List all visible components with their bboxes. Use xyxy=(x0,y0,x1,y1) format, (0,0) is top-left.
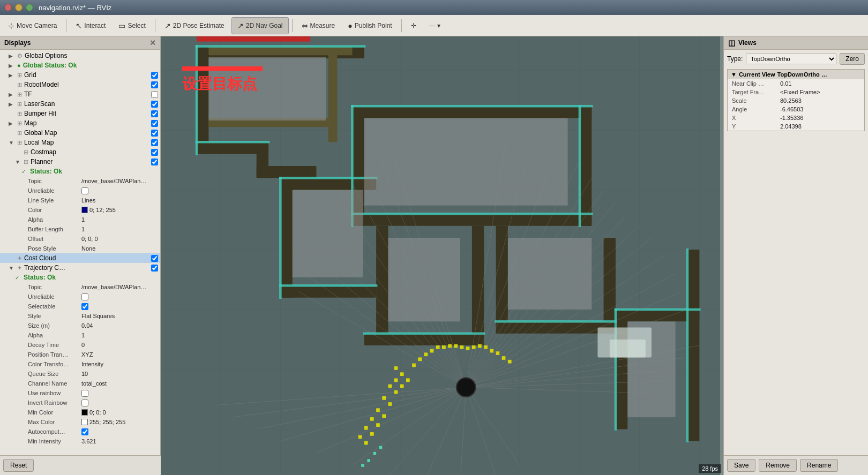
grid-checkbox[interactable] xyxy=(151,72,158,79)
expand-global-status[interactable]: ▶ xyxy=(9,63,15,69)
display-item-local-map[interactable]: ▼ ⊞ Local Map xyxy=(0,138,160,147)
costmap-checkbox[interactable] xyxy=(151,149,158,156)
views-remove-button[interactable]: Remove xyxy=(759,459,797,472)
displays-close[interactable]: ✕ xyxy=(149,39,156,47)
traj-unreliable-cb[interactable] xyxy=(81,293,88,300)
svg-rect-60 xyxy=(508,238,592,310)
prop-topic: Topic /move_base/DWAPlan… xyxy=(0,176,160,186)
map-checkbox[interactable] xyxy=(151,120,158,127)
display-item-trajectory-status[interactable]: ✓ Status: Ok xyxy=(0,273,160,282)
svg-rect-134 xyxy=(502,356,506,360)
expand-laser-scan[interactable]: ▶ xyxy=(9,101,15,107)
laser-scan-checkbox[interactable] xyxy=(151,101,158,108)
bumper-hit-checkbox[interactable] xyxy=(151,110,158,117)
type-row: Type: TopDownOrtho Zero xyxy=(727,53,865,65)
traj-prop-channel-value: total_cost xyxy=(81,380,158,387)
prop-line-style-value: Lines xyxy=(81,197,158,203)
view-tree-header[interactable]: ▼ Current View TopDownOrtho … xyxy=(728,70,864,79)
minimize-button[interactable] xyxy=(15,4,23,11)
type-select[interactable]: TopDownOrtho xyxy=(746,54,836,64)
svg-rect-40 xyxy=(687,250,699,441)
display-item-planner[interactable]: ▼ ⊞ Planner xyxy=(0,157,160,167)
traj-prop-color-tf-name: Color Transfo… xyxy=(28,361,81,367)
svg-rect-108 xyxy=(394,390,398,394)
expand-local-map[interactable]: ▼ xyxy=(9,140,15,146)
display-item-global-map[interactable]: ▶ ⊞ Global Map xyxy=(0,128,160,138)
display-item-global-options[interactable]: ▶ ⚙ Global Options xyxy=(0,51,160,61)
robot-model-checkbox[interactable] xyxy=(151,81,158,88)
traj-prop-channel: Channel Name total_cost xyxy=(0,379,160,388)
svg-rect-104 xyxy=(406,378,410,382)
unreliable-checkbox[interactable] xyxy=(81,187,88,194)
display-item-grid[interactable]: ▶ ⊞ Grid xyxy=(0,70,160,80)
views-rename-button[interactable]: Rename xyxy=(800,459,838,472)
display-item-laser-scan[interactable]: ▶ ⊞ LaserScan xyxy=(0,99,160,109)
measure-button[interactable]: ⇔ Measure xyxy=(296,17,341,34)
traj-prop-topic-value[interactable]: /move_base/DWAPlan… xyxy=(81,284,158,290)
2d-nav-goal-button[interactable]: ↗ 2D Nav Goal xyxy=(231,17,289,34)
display-item-cost-cloud[interactable]: ▶ ✦ Cost Cloud xyxy=(0,253,160,263)
display-item-tf[interactable]: ▶ ⊞ TF xyxy=(0,89,160,99)
traj-prop-min-color-value[interactable]: 0; 0; 0 xyxy=(81,409,158,416)
view-scale-value[interactable]: 80.2563 xyxy=(780,97,802,104)
expand-global-options[interactable]: ▶ xyxy=(9,53,15,59)
tf-checkbox[interactable] xyxy=(151,91,158,98)
cost-cloud-checkbox[interactable] xyxy=(151,255,158,262)
traj-rainbow-cb[interactable] xyxy=(81,390,88,397)
views-save-button[interactable]: Save xyxy=(727,459,755,472)
viewport-resize-handle[interactable] xyxy=(720,36,723,475)
extra-button-1[interactable]: ✛ xyxy=(405,17,422,34)
planner-checkbox[interactable] xyxy=(151,159,158,165)
interact-button[interactable]: ↖ Interact xyxy=(70,17,111,34)
trajectory-checkbox[interactable] xyxy=(151,265,158,272)
traj-autocomp-cb[interactable] xyxy=(81,428,88,435)
expand-map[interactable]: ▶ xyxy=(9,120,15,126)
svg-rect-131 xyxy=(484,345,488,349)
display-item-planner-status[interactable]: ✓ Status: Ok xyxy=(0,167,160,176)
view-target-frame-value[interactable]: <Fixed Frame> xyxy=(780,89,820,95)
global-map-checkbox[interactable] xyxy=(151,130,158,137)
traj-selectable-cb[interactable] xyxy=(81,303,88,310)
expand-tf[interactable]: ▶ xyxy=(9,92,15,97)
traj-prop-max-color-value[interactable]: 255; 255; 255 xyxy=(81,419,158,425)
maximize-button[interactable] xyxy=(26,4,33,11)
viewport[interactable]: 设置目标点 28 fps xyxy=(161,36,723,475)
view-near-clip-value[interactable]: 0.01 xyxy=(780,80,791,87)
traj-prop-min-color-name: Min Color xyxy=(28,409,81,416)
prop-unreliable-value xyxy=(81,187,158,194)
view-angle-value[interactable]: -6.46503 xyxy=(780,106,803,112)
zero-button[interactable]: Zero xyxy=(840,53,865,65)
prop-topic-value[interactable]: /move_base/DWAPlan… xyxy=(81,178,158,184)
svg-rect-114 xyxy=(376,423,380,427)
prop-color-value[interactable]: 0; 12; 255 xyxy=(81,207,158,213)
svg-rect-113 xyxy=(370,417,374,421)
display-item-robot-model[interactable]: ▶ ⊞ RobotModel xyxy=(0,80,160,89)
display-item-trajectory[interactable]: ▼ ✦ Trajectory C… xyxy=(0,263,160,273)
select-button[interactable]: ▭ Select xyxy=(113,17,151,34)
expand-planner[interactable]: ▼ xyxy=(15,159,21,165)
reset-button[interactable]: Reset xyxy=(3,459,34,472)
close-button[interactable] xyxy=(4,4,12,11)
2d-pose-button[interactable]: ↗ 2D Pose Estimate xyxy=(159,17,230,34)
extra-button-2[interactable]: — ▾ xyxy=(423,17,446,34)
2d-nav-goal-label: 2D Nav Goal xyxy=(246,22,283,29)
svg-rect-21 xyxy=(257,166,317,178)
local-map-checkbox[interactable] xyxy=(151,139,158,146)
traj-prop-invert-value xyxy=(81,399,158,406)
toolbar-separator-4 xyxy=(401,19,402,32)
display-item-costmap[interactable]: ▶ ⊞ Costmap xyxy=(0,147,160,157)
move-camera-button[interactable]: ⊹ Move Camera xyxy=(2,17,63,34)
traj-invert-cb[interactable] xyxy=(81,399,88,406)
display-item-global-status[interactable]: ▶ ● Global Status: Ok xyxy=(0,61,160,70)
traj-prop-style: Style Flat Squares xyxy=(0,311,160,321)
display-item-map[interactable]: ▶ ⊞ Map xyxy=(0,118,160,128)
expand-trajectory[interactable]: ▼ xyxy=(9,265,15,271)
view-x-value[interactable]: -1.35336 xyxy=(780,115,803,121)
publish-point-button[interactable]: ● Publish Point xyxy=(342,17,398,34)
view-y-value[interactable]: 2.04398 xyxy=(780,123,802,130)
displays-list: ▶ ⚙ Global Options ▶ ● Global Status: Ok… xyxy=(0,50,160,455)
view-target-frame-name: Target Fra… xyxy=(732,89,780,95)
expand-grid[interactable]: ▶ xyxy=(9,72,15,78)
traj-prop-queue-value: 10 xyxy=(81,371,158,377)
display-item-bumper-hit[interactable]: ▶ ⊞ Bumper Hit xyxy=(0,109,160,118)
